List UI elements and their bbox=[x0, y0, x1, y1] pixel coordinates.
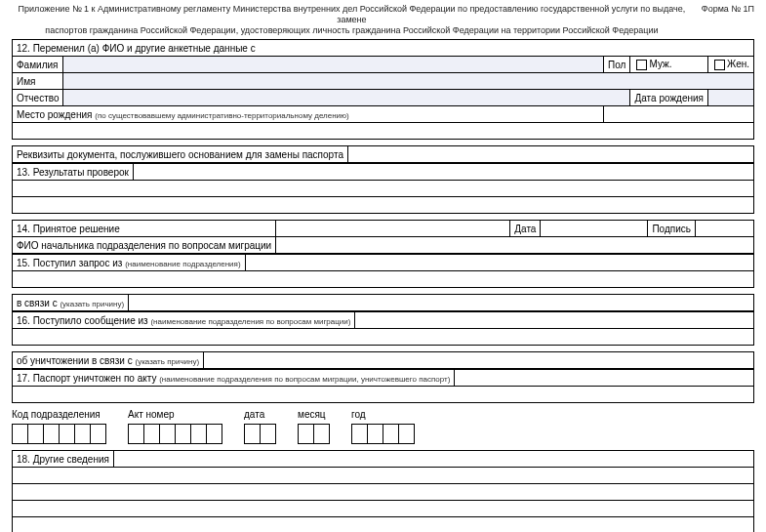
doc-basis-label: Реквизиты документа, послужившего основа… bbox=[13, 146, 348, 163]
s13-title: 13. Результаты проверок bbox=[13, 164, 134, 181]
form-number: Форма № 1П bbox=[692, 4, 754, 35]
s18-input-5[interactable] bbox=[13, 517, 754, 532]
year-label: год bbox=[351, 409, 415, 420]
doc-basis-input[interactable] bbox=[347, 146, 753, 163]
surname-input[interactable] bbox=[63, 57, 604, 73]
sex-label: Пол bbox=[604, 57, 630, 73]
dept-code-label: Код подразделения bbox=[12, 409, 106, 420]
year-group: год bbox=[351, 409, 415, 444]
header-text: Приложение № 1 к Административному регла… bbox=[12, 4, 692, 35]
s13-input-1[interactable] bbox=[133, 164, 753, 181]
s18-input-4[interactable] bbox=[13, 501, 754, 517]
char-box[interactable] bbox=[351, 424, 368, 444]
patronymic-input[interactable] bbox=[63, 90, 630, 106]
s15-input-1[interactable] bbox=[245, 255, 753, 271]
date-label: дата bbox=[244, 409, 276, 420]
s16-input-1[interactable] bbox=[355, 312, 754, 329]
char-box[interactable] bbox=[260, 424, 276, 444]
s14-date-label: Дата bbox=[510, 221, 541, 237]
act-number-boxes[interactable] bbox=[128, 424, 222, 444]
char-box[interactable] bbox=[128, 424, 144, 444]
s14-chief-label: ФИО начальника подразделения по вопросам… bbox=[13, 237, 276, 254]
female-label: Жен. bbox=[727, 59, 749, 69]
s15-title: 15. Поступил запрос из (наименование под… bbox=[13, 255, 246, 271]
sex-male-cell: Муж. bbox=[630, 57, 708, 73]
char-box[interactable] bbox=[43, 424, 60, 444]
s15-reason-input[interactable] bbox=[129, 295, 754, 311]
s14-sign-input[interactable] bbox=[696, 221, 754, 237]
act-number-group: Акт номер bbox=[128, 409, 222, 444]
s13-input-3[interactable] bbox=[13, 197, 754, 214]
s14-sign-label: Подпись bbox=[648, 221, 696, 237]
char-box[interactable] bbox=[59, 424, 75, 444]
s18-input-2[interactable] bbox=[13, 468, 754, 484]
char-box[interactable] bbox=[175, 424, 191, 444]
section-12: 12. Переменил (а) ФИО и другие анкетные … bbox=[12, 39, 754, 140]
pob-label: Место рождения (по существовавшему админ… bbox=[13, 106, 604, 123]
patronymic-label: Отчество bbox=[13, 90, 63, 106]
s16-input-2[interactable] bbox=[13, 329, 754, 346]
sex-female-cell: Жен. bbox=[708, 57, 754, 73]
char-box[interactable] bbox=[12, 424, 28, 444]
s17-input-1[interactable] bbox=[455, 370, 754, 387]
codes-row: Код подразделения Акт номер дата месяц г… bbox=[12, 409, 754, 444]
char-box[interactable] bbox=[143, 424, 160, 444]
s15-input-2[interactable] bbox=[13, 271, 754, 288]
year-boxes[interactable] bbox=[351, 424, 415, 444]
char-box[interactable] bbox=[90, 424, 106, 444]
month-boxes[interactable] bbox=[298, 424, 330, 444]
s13-input-2[interactable] bbox=[13, 181, 754, 197]
name-label: Имя bbox=[13, 73, 63, 90]
header-line1: Приложение № 1 к Административному регла… bbox=[19, 4, 686, 24]
char-box[interactable] bbox=[74, 424, 91, 444]
s17-input-2[interactable] bbox=[13, 387, 754, 403]
section-16-destruction: об уничтожении в связи с (указать причин… bbox=[12, 351, 754, 369]
surname-label: Фамилия bbox=[13, 57, 63, 73]
char-box[interactable] bbox=[159, 424, 176, 444]
section-15-reason: в связи с (указать причину) bbox=[12, 294, 754, 311]
month-label: месяц bbox=[298, 409, 330, 420]
char-box[interactable] bbox=[206, 424, 222, 444]
char-box[interactable] bbox=[313, 424, 330, 444]
dept-code-boxes[interactable] bbox=[12, 424, 106, 444]
char-box[interactable] bbox=[383, 424, 399, 444]
pob-input-2[interactable] bbox=[13, 123, 754, 140]
dob-input[interactable] bbox=[708, 90, 754, 106]
section-16: 16. Поступило сообщение из (наименование… bbox=[12, 311, 754, 346]
name-input[interactable] bbox=[63, 73, 754, 90]
s18-title: 18. Другие сведения bbox=[13, 451, 114, 468]
char-box[interactable] bbox=[244, 424, 261, 444]
section-18: 18. Другие сведения bbox=[12, 450, 754, 532]
female-checkbox[interactable] bbox=[714, 60, 725, 70]
date-boxes[interactable] bbox=[244, 424, 276, 444]
char-box[interactable] bbox=[398, 424, 415, 444]
dob-label: Дата рождения bbox=[630, 90, 708, 106]
s16-destruction-label: об уничтожении в связи с (указать причин… bbox=[13, 352, 204, 369]
s14-chief-input[interactable] bbox=[276, 237, 754, 254]
date-group: дата bbox=[244, 409, 276, 444]
month-group: месяц bbox=[298, 409, 330, 444]
section-15: 15. Поступил запрос из (наименование под… bbox=[12, 254, 754, 288]
pob-input[interactable] bbox=[604, 106, 754, 123]
s18-input-1[interactable] bbox=[113, 451, 753, 468]
header-line2: паспортов гражданина Российской Федераци… bbox=[45, 25, 658, 35]
s14-date-input[interactable] bbox=[541, 221, 648, 237]
char-box[interactable] bbox=[367, 424, 383, 444]
char-box[interactable] bbox=[190, 424, 207, 444]
male-checkbox[interactable] bbox=[636, 60, 647, 70]
char-box[interactable] bbox=[27, 424, 44, 444]
char-box[interactable] bbox=[298, 424, 314, 444]
s14-title: 14. Принятое решение bbox=[13, 221, 276, 237]
act-number-label: Акт номер bbox=[128, 409, 222, 420]
s14-decision-input[interactable] bbox=[276, 221, 510, 237]
s12-title: 12. Переменил (а) ФИО и другие анкетные … bbox=[13, 40, 754, 57]
male-label: Муж. bbox=[649, 59, 671, 69]
header: Приложение № 1 к Административному регла… bbox=[12, 4, 754, 35]
s17-title: 17. Паспорт уничтожен по акту (наименова… bbox=[13, 370, 455, 387]
s18-input-3[interactable] bbox=[13, 484, 754, 501]
section-14: 14. Принятое решение Дата Подпись ФИО на… bbox=[12, 220, 754, 254]
s16-title: 16. Поступило сообщение из (наименование… bbox=[13, 312, 355, 329]
s16-destruction-input[interactable] bbox=[204, 352, 754, 369]
section-17: 17. Паспорт уничтожен по акту (наименова… bbox=[12, 369, 754, 403]
dept-code-group: Код подразделения bbox=[12, 409, 106, 444]
